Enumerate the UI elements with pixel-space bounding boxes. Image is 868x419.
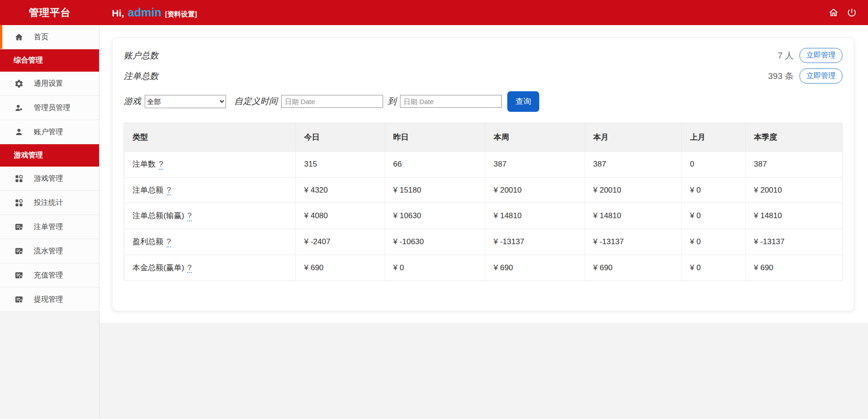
filter-row: 游戏 全部 自定义时间 到 查询 [124, 91, 842, 112]
cell-this-month: ¥ 20010 [585, 177, 682, 203]
cell-last-month: 0 [682, 152, 746, 178]
accounts-total-label: 账户总数 [124, 50, 158, 62]
cell-yesterday: ¥ -10630 [385, 229, 485, 255]
help-tooltip-icon[interactable]: ? [159, 160, 163, 170]
row-label-cell: 注单总额? [124, 177, 296, 203]
manage-accounts-button[interactable]: 立即管理 [800, 48, 842, 63]
cell-this-quarter: ¥ 14810 [746, 203, 842, 229]
sidebar-item-general-settings[interactable]: 通用设置 [0, 72, 99, 96]
row-label: 盈利总额 [132, 237, 163, 246]
sidebar-item-admin-management[interactable]: 管理员管理 [0, 96, 99, 120]
sidebar-item-bet-order-management[interactable]: 注单管理 [0, 215, 99, 239]
topbar-icons [828, 7, 857, 18]
game-filter-label: 游戏 [124, 95, 141, 107]
cell-today: ¥ 4080 [296, 203, 385, 229]
column-header-last-month: 上月 [682, 123, 746, 152]
sidebar-item-label: 游戏管理 [34, 174, 63, 183]
bets-total-label: 注单总数 [124, 70, 158, 82]
game-select[interactable]: 全部 [145, 95, 226, 108]
dashboard-card: 账户总数 7 人 立即管理 注单总数 393 条 立即管理 游戏 [112, 37, 854, 311]
row-label-cell: 注单总额(输赢)? [124, 203, 296, 229]
sidebar-item-label: 注单管理 [34, 222, 63, 232]
admin-users-icon [14, 103, 24, 113]
username: admin [128, 6, 162, 19]
cell-this-month: ¥ -13137 [585, 229, 682, 255]
row-label-cell: 注单数? [124, 152, 296, 178]
help-tooltip-icon[interactable]: ? [187, 264, 191, 273]
main-area: 账户总数 7 人 立即管理 注单总数 393 条 立即管理 游戏 [100, 25, 868, 419]
table-row: 注单总额? ¥ 4320 ¥ 15180 ¥ 20010 ¥ 20010 ¥ 0… [124, 177, 842, 203]
cell-this-quarter: ¥ -13137 [746, 229, 842, 255]
cell-this-month: ¥ 690 [585, 255, 682, 281]
profile-settings-link[interactable]: [资料设置] [165, 10, 197, 19]
top-bar: 管理平台 Hi, admin [资料设置] [0, 0, 868, 25]
cell-this-week: ¥ -13137 [485, 229, 585, 255]
cell-last-month: ¥ 0 [682, 255, 746, 281]
cell-yesterday: 66 [385, 152, 485, 178]
sidebar-item-bet-statistics[interactable]: 投注统计 [0, 191, 99, 215]
document-list-icon [14, 246, 24, 256]
date-to-input[interactable] [400, 95, 502, 108]
sidebar-item-account-management[interactable]: 账户管理 [0, 120, 99, 144]
help-tooltip-icon[interactable]: ? [167, 238, 171, 247]
document-list-icon [14, 222, 24, 232]
sidebar-item-turnover-management[interactable]: 流水管理 [0, 239, 99, 263]
help-tooltip-icon[interactable]: ? [187, 212, 191, 221]
custom-time-label: 自定义时间 [234, 95, 278, 107]
sidebar-item-label: 流水管理 [34, 246, 63, 256]
summary-row-bets: 注单总数 393 条 立即管理 [124, 66, 842, 86]
row-label: 注单数 [132, 160, 156, 168]
column-header-this-week: 本周 [485, 123, 585, 152]
cell-yesterday: ¥ 10630 [385, 203, 485, 229]
cell-this-week: 387 [485, 152, 585, 178]
column-header-type: 类型 [124, 123, 296, 152]
table-row: 注单总额(输赢)? ¥ 4080 ¥ 10630 ¥ 14810 ¥ 14810… [124, 203, 842, 229]
cell-today: ¥ 4320 [296, 177, 385, 203]
sidebar-item-label: 提现管理 [34, 295, 63, 304]
grid-icon [14, 174, 24, 183]
date-from-input[interactable] [281, 95, 383, 108]
row-label-cell: 盈利总额? [124, 229, 296, 255]
query-button[interactable]: 查询 [507, 91, 539, 112]
gear-icon [14, 79, 24, 89]
cell-this-week: ¥ 14810 [485, 203, 585, 229]
sidebar-item-label: 管理员管理 [34, 103, 70, 113]
cell-this-quarter: ¥ 20010 [746, 177, 842, 203]
app-title: 管理平台 [0, 6, 100, 20]
content-wrapper: 账户总数 7 人 立即管理 注单总数 393 条 立即管理 游戏 [100, 25, 868, 323]
column-header-this-quarter: 本季度 [746, 123, 842, 152]
column-header-this-month: 本月 [585, 123, 682, 152]
manage-bets-button[interactable]: 立即管理 [800, 68, 842, 84]
sidebar-item-label: 首页 [34, 32, 48, 42]
home-icon [14, 32, 24, 42]
cell-last-month: ¥ 0 [682, 229, 746, 255]
column-header-yesterday: 昨日 [385, 123, 485, 152]
sidebar-item-label: 账户管理 [34, 127, 63, 137]
grid-icon [14, 198, 24, 208]
document-list-icon [14, 271, 24, 280]
sidebar-item-label: 投注统计 [34, 198, 63, 208]
help-tooltip-icon[interactable]: ? [167, 186, 171, 196]
sidebar-item-label: 通用设置 [34, 79, 63, 89]
table-row: 本金总额(赢单)? ¥ 690 ¥ 0 ¥ 690 ¥ 690 ¥ 0 ¥ 69… [124, 255, 842, 281]
cell-this-quarter: ¥ 690 [746, 255, 842, 281]
column-header-today: 今日 [296, 123, 385, 152]
sidebar-item-home[interactable]: 首页 [0, 25, 99, 49]
sidebar-empty-area [0, 312, 99, 419]
sidebar-item-recharge-management[interactable]: 充值管理 [0, 263, 99, 288]
sidebar-item-withdrawal-management[interactable]: 提现管理 [0, 288, 99, 312]
cell-last-month: ¥ 0 [682, 177, 746, 203]
cell-last-month: ¥ 0 [682, 203, 746, 229]
accounts-total-value: 7 人 [778, 50, 794, 62]
logout-power-icon[interactable] [847, 7, 857, 18]
sidebar-section-label: 游戏管理 [14, 151, 43, 160]
row-label: 注单总额 [132, 186, 163, 194]
sidebar-item-game-management[interactable]: 游戏管理 [0, 167, 99, 191]
sidebar-section-general: 综合管理 [0, 49, 99, 72]
bets-total-value: 393 条 [768, 70, 794, 82]
cell-this-month: 387 [585, 152, 682, 178]
cell-this-quarter: 387 [746, 152, 842, 178]
home-icon[interactable] [828, 7, 839, 18]
cell-this-week: ¥ 690 [485, 255, 585, 281]
to-label: 到 [388, 95, 396, 107]
